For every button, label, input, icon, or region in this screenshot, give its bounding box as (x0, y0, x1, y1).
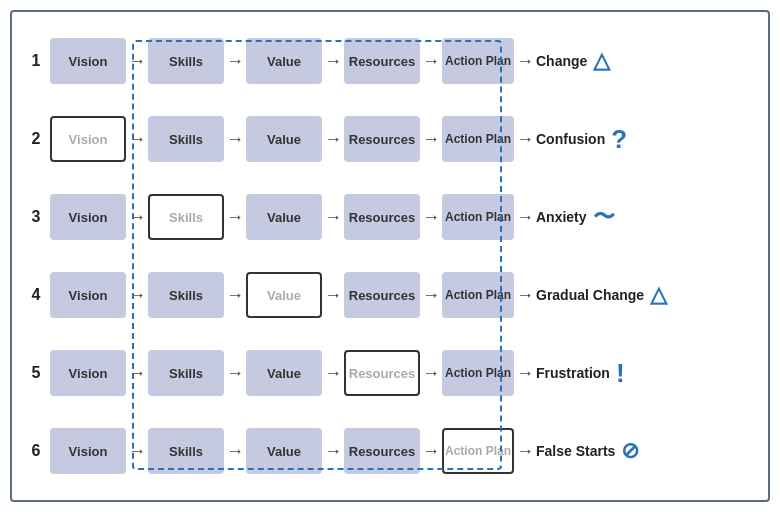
outcome-icon-row-5: ! (616, 358, 625, 389)
cell-value-row-4: Value (246, 272, 322, 318)
arrow-icon: → (420, 441, 442, 462)
arrow-icon: → (420, 285, 442, 306)
arrow-icon: → (126, 285, 148, 306)
cell-action-row-4: Action Plan (442, 272, 514, 318)
cell-action-row-5: Action Plan (442, 350, 514, 396)
cell-value-row-3: Value (246, 194, 322, 240)
cell-value-row-1: Value (246, 38, 322, 84)
row-5: 5Vision→Skills→Value→Resources→Action Pl… (22, 342, 758, 404)
outcome-icon-row-6: ⊘ (621, 438, 639, 464)
cell-action-row-2: Action Plan (442, 116, 514, 162)
arrow-icon: → (126, 363, 148, 384)
outcome-arrow-icon: → (514, 51, 536, 72)
cell-skills-row-2: Skills (148, 116, 224, 162)
arrow-icon: → (224, 441, 246, 462)
cell-vision-row-2: Vision (50, 116, 126, 162)
main-frame: 1Vision→Skills→Value→Resources→Action Pl… (10, 10, 770, 502)
cell-resources-row-4: Resources (344, 272, 420, 318)
cell-vision-row-4: Vision (50, 272, 126, 318)
row-2: 2Vision→Skills→Value→Resources→Action Pl… (22, 108, 758, 170)
arrow-icon: → (322, 129, 344, 150)
cell-vision-row-6: Vision (50, 428, 126, 474)
outcome-label-row-3: Anxiety〜 (536, 202, 666, 232)
cell-vision-row-1: Vision (50, 38, 126, 84)
arrow-icon: → (224, 207, 246, 228)
outcome-arrow-icon: → (514, 129, 536, 150)
outcome-arrow-icon: → (514, 285, 536, 306)
outcome-text-row-4: Gradual Change (536, 287, 644, 303)
arrow-icon: → (224, 129, 246, 150)
arrow-icon: → (420, 207, 442, 228)
outcome-label-row-6: False Starts⊘ (536, 438, 666, 464)
cell-skills-row-5: Skills (148, 350, 224, 396)
cell-vision-row-5: Vision (50, 350, 126, 396)
cell-value-row-6: Value (246, 428, 322, 474)
arrow-icon: → (420, 129, 442, 150)
arrow-icon: → (126, 129, 148, 150)
arrow-icon: → (322, 207, 344, 228)
outcome-icon-row-3: 〜 (593, 202, 615, 232)
outcome-arrow-icon: → (514, 363, 536, 384)
row-num-3: 3 (22, 208, 50, 226)
cell-skills-row-6: Skills (148, 428, 224, 474)
cell-action-row-6: Action Plan (442, 428, 514, 474)
outcome-label-row-5: Frustration! (536, 358, 666, 389)
outcome-text-row-5: Frustration (536, 365, 610, 381)
arrow-icon: → (420, 363, 442, 384)
cell-resources-row-2: Resources (344, 116, 420, 162)
arrow-icon: → (322, 51, 344, 72)
outcome-label-row-2: Confusion? (536, 124, 666, 155)
row-num-1: 1 (22, 52, 50, 70)
arrow-icon: → (420, 51, 442, 72)
arrow-icon: → (126, 207, 148, 228)
row-6: 6Vision→Skills→Value→Resources→Action Pl… (22, 420, 758, 482)
row-num-4: 4 (22, 286, 50, 304)
outcome-icon-row-4: △ (650, 282, 667, 308)
row-num-5: 5 (22, 364, 50, 382)
dashed-highlight-box (132, 40, 502, 470)
outcome-icon-row-2: ? (611, 124, 627, 155)
cell-value-row-2: Value (246, 116, 322, 162)
row-3: 3Vision→Skills→Value→Resources→Action Pl… (22, 186, 758, 248)
cell-resources-row-6: Resources (344, 428, 420, 474)
outcome-arrow-icon: → (514, 207, 536, 228)
outcome-icon-row-1: △ (593, 48, 610, 74)
arrow-icon: → (322, 285, 344, 306)
row-4: 4Vision→Skills→Value→Resources→Action Pl… (22, 264, 758, 326)
arrow-icon: → (322, 441, 344, 462)
outcome-arrow-icon: → (514, 441, 536, 462)
cell-value-row-5: Value (246, 350, 322, 396)
row-1: 1Vision→Skills→Value→Resources→Action Pl… (22, 30, 758, 92)
outcome-text-row-3: Anxiety (536, 209, 587, 225)
cell-resources-row-1: Resources (344, 38, 420, 84)
outcome-text-row-6: False Starts (536, 443, 615, 459)
cell-skills-row-1: Skills (148, 38, 224, 84)
cell-skills-row-3: Skills (148, 194, 224, 240)
cell-resources-row-5: Resources (344, 350, 420, 396)
outcome-label-row-4: Gradual Change△ (536, 282, 667, 308)
outcome-label-row-1: Change△ (536, 48, 666, 74)
arrow-icon: → (126, 441, 148, 462)
arrow-icon: → (224, 51, 246, 72)
cell-resources-row-3: Resources (344, 194, 420, 240)
outcome-text-row-1: Change (536, 53, 587, 69)
arrow-icon: → (322, 363, 344, 384)
cell-action-row-1: Action Plan (442, 38, 514, 84)
arrow-icon: → (126, 51, 148, 72)
arrow-icon: → (224, 285, 246, 306)
row-num-2: 2 (22, 130, 50, 148)
arrow-icon: → (224, 363, 246, 384)
cell-vision-row-3: Vision (50, 194, 126, 240)
cell-action-row-3: Action Plan (442, 194, 514, 240)
cell-skills-row-4: Skills (148, 272, 224, 318)
outcome-text-row-2: Confusion (536, 131, 605, 147)
row-num-6: 6 (22, 442, 50, 460)
